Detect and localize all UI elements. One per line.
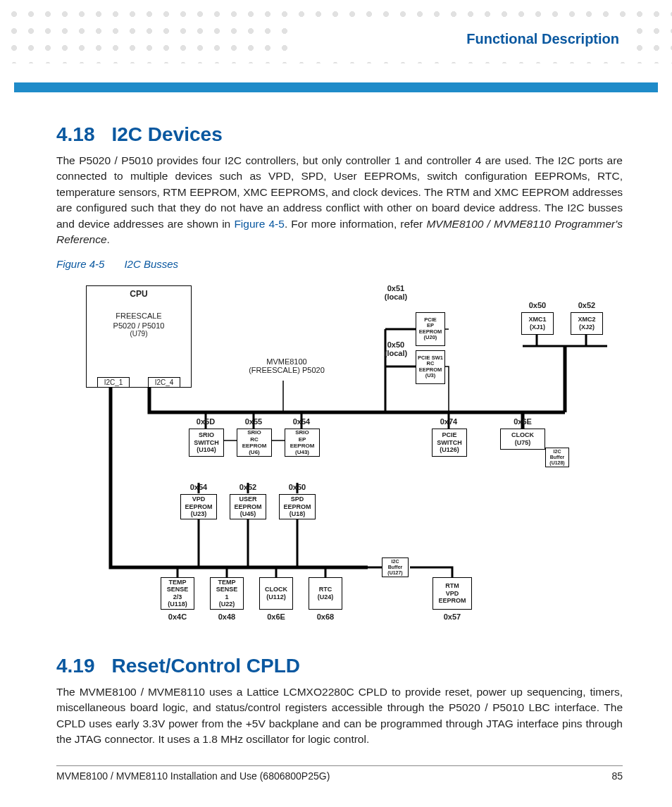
srio-switch-addr: 0x5D [188, 417, 223, 426]
section-4-19-heading: 4.19Reset/Control CPLD [56, 655, 623, 677]
clock112-box: CLOCK(U112) [259, 577, 293, 610]
pcie-switch-box: PCIESWITCH(U126) [432, 429, 467, 457]
srio-rc-box: SRIORCEEPROM(U6) [237, 429, 272, 457]
header-rule [14, 82, 658, 92]
addr-text: 0x50 [387, 340, 404, 349]
figure-4-5-caption: Figure 4-5I2C Busses [56, 258, 623, 270]
center-label-2: (FREESCALE) P5020 [249, 366, 325, 374]
srio-rc-addr: 0x55 [236, 417, 271, 426]
temp23-addr: 0x4C [160, 612, 195, 621]
pcie-sw-addr: 0x50 (local) [375, 340, 417, 357]
page-footer: MVME8100 / MVME8110 Installation and Use… [56, 765, 623, 782]
clock112-addr: 0x6E [259, 612, 294, 621]
temp1-box: TEMPSENSE1(U22) [210, 577, 244, 610]
figure-number: Figure 4-5 [56, 258, 104, 270]
header-title: Functional Description [466, 31, 619, 47]
addr-local: (local) [385, 292, 407, 301]
cpu-vendor: FREESCALE [87, 312, 191, 320]
i2c1-port: I2C_1 [97, 377, 130, 388]
xmc1-addr: 0x50 [520, 301, 555, 309]
section-4-18-heading: 4.18I2C Devices [56, 123, 623, 146]
cpu-title: CPU [87, 289, 191, 299]
i2c-buffer-128-box: I2CBuffer(U128) [545, 448, 569, 467]
srio-switch-box: SRIOSWITCH(U104) [189, 429, 224, 457]
section-4-19-title: Reset/Control CPLD [112, 655, 301, 677]
xmc1-box: XMC1(XJ1) [521, 312, 554, 335]
figure-4-5-link[interactable]: Figure 4-5 [234, 218, 285, 230]
addr-text: 0x51 [387, 284, 404, 292]
figure-title: I2C Busses [124, 258, 178, 270]
footer-page-number: 85 [611, 770, 623, 782]
pcie-ep-addr: 0x51 (local) [375, 284, 417, 301]
cpu-refdes: (U79) [87, 330, 191, 338]
i2c-busses-diagram: CPU FREESCALE P5020 / P5010 (U79) I2C_1 … [72, 278, 607, 638]
footer-doc-title: MVME8100 / MVME8110 Installation and Use… [56, 770, 330, 782]
section-4-18-number: 4.18 [56, 123, 95, 145]
rtc-box: RTC(U24) [309, 577, 342, 610]
user-box: USEREEPROM(U45) [230, 494, 266, 519]
user-addr: 0x52 [230, 483, 266, 491]
section-4-19-paragraph: The MVME8100 / MVME8110 uses a Lattice L… [56, 684, 623, 748]
cpu-part: P5020 / P5010 [87, 321, 191, 330]
rtc-addr: 0x68 [308, 612, 343, 621]
srio-ep-box: SRIOEPEEPROM(U43) [285, 429, 320, 457]
section-4-19-number: 4.19 [56, 655, 95, 677]
i2c-buffer-127-box: I2CBuffer(U127) [382, 557, 409, 577]
addr-local: (local) [385, 349, 407, 357]
spd-addr: 0x50 [280, 483, 315, 491]
section-4-18-title: I2C Devices [112, 123, 223, 145]
vpd-box: VPDEEPROM(U23) [180, 494, 217, 519]
pcie-switch-addr: 0x74 [431, 417, 466, 426]
temp23-box: TEMPSENSE2/3(U118) [161, 577, 194, 610]
temp1-addr: 0x48 [209, 612, 244, 621]
section-4-18-paragraph: The P5020 / P5010 provides four I2C cont… [56, 153, 623, 248]
i2c4-port: I2C_4 [148, 377, 180, 388]
pcie-ep-eeprom-box: PCIEEPEEPROM(U20) [416, 312, 445, 346]
srio-ep-addr: 0x54 [284, 417, 319, 426]
para-text-b: . For more information, refer [285, 218, 427, 230]
vpd-addr: 0x54 [181, 483, 216, 491]
para-text-c: . [107, 233, 110, 245]
xmc2-box: XMC2(XJ2) [571, 312, 603, 335]
rtm-addr: 0x57 [435, 612, 470, 621]
center-label-1: MVME8100 [266, 357, 306, 366]
rtm-box: RTMVPDEEPROM [433, 577, 472, 610]
cpu-block: CPU FREESCALE P5020 / P5010 (U79) I2C_1 … [86, 285, 192, 388]
center-label: MVME8100 (FREESCALE) P5020 [234, 357, 340, 374]
xmc2-addr: 0x52 [569, 301, 604, 309]
clock-box: CLOCK(U75) [500, 429, 545, 450]
pcie-sw-rc-eeprom-box: PCIE SW1RCEEPROM(U3) [416, 350, 445, 384]
spd-box: SPDEEPROM(U18) [279, 494, 316, 519]
clock-addr: 0x6E [505, 417, 540, 426]
